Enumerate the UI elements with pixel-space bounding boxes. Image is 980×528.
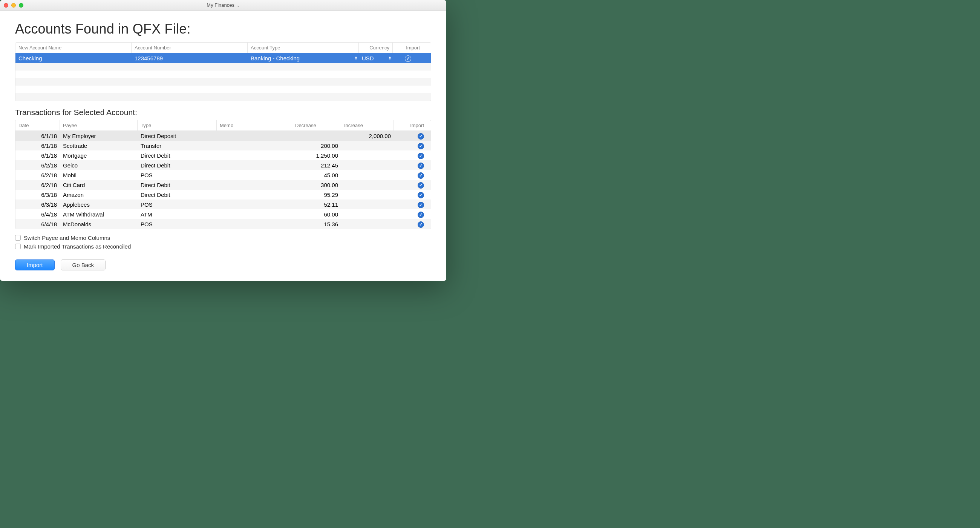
table-row — [16, 86, 431, 93]
cell-date: 6/4/18 — [16, 211, 60, 218]
cell-date: 6/2/18 — [16, 182, 60, 188]
table-row[interactable]: 6/1/18ScottradeTransfer200.00✓ — [16, 141, 431, 150]
check-icon[interactable]: ✓ — [418, 182, 424, 188]
stepper-icon[interactable]: ▲▼ — [388, 56, 391, 61]
cell-import[interactable]: ✓ — [394, 162, 431, 169]
table-row — [16, 78, 431, 86]
cell-import[interactable]: ✓ — [394, 182, 431, 188]
cell-type: POS — [138, 172, 217, 179]
check-icon[interactable]: ✓ — [405, 56, 411, 62]
col-memo[interactable]: Memo — [217, 120, 292, 131]
cell-import[interactable]: ✓ — [394, 191, 431, 198]
table-row[interactable]: 6/1/18MortgageDirect Debit1,250.00✓ — [16, 150, 431, 160]
table-row[interactable]: 6/3/18AmazonDirect Debit95.29✓ — [16, 190, 431, 199]
accounts-table-empty-rows — [16, 63, 431, 101]
col-decrease[interactable]: Decrease — [292, 120, 341, 131]
table-row[interactable]: Checking123456789Banking - Checking▲▼USD… — [16, 53, 431, 63]
checkbox-icon[interactable] — [15, 244, 21, 249]
cell-date: 6/2/18 — [16, 172, 60, 179]
cell-type: Direct Deposit — [138, 133, 217, 139]
cell-payee: ATM Withdrawal — [60, 211, 138, 218]
cell-type: POS — [138, 201, 217, 208]
window-title-text: My Finances — [207, 2, 234, 8]
table-row[interactable]: 6/4/18ATM WithdrawalATM60.00✓ — [16, 209, 431, 219]
mark-reconciled-label: Mark Imported Transactions as Reconciled — [24, 243, 131, 250]
cell-decrease: 45.00 — [292, 172, 341, 179]
table-row — [16, 93, 431, 101]
cell-date: 6/3/18 — [16, 191, 60, 198]
window-title[interactable]: My Finances ⌄ — [0, 2, 446, 8]
cell-import[interactable]: ✓ — [394, 142, 431, 149]
check-icon[interactable]: ✓ — [418, 163, 424, 169]
titlebar: My Finances ⌄ — [0, 0, 446, 11]
accounts-table: New Account Name Account Number Account … — [15, 42, 431, 101]
dialog-buttons: Import Go Back — [15, 260, 431, 270]
check-icon[interactable]: ✓ — [418, 222, 424, 228]
check-icon[interactable]: ✓ — [418, 133, 424, 140]
checkbox-icon[interactable] — [15, 235, 21, 241]
col-date[interactable]: Date — [16, 120, 60, 131]
cell-import[interactable]: ✓ — [393, 55, 423, 62]
go-back-button[interactable]: Go Back — [61, 260, 106, 270]
accounts-table-body: Checking123456789Banking - Checking▲▼USD… — [16, 53, 431, 63]
page-title: Accounts Found in QFX File: — [15, 21, 431, 37]
stepper-icon[interactable]: ▲▼ — [355, 56, 357, 61]
transactions-heading: Transactions for Selected Account: — [15, 108, 431, 117]
cell-date: 6/1/18 — [16, 133, 60, 139]
table-row[interactable]: 6/2/18Citi CardDirect Debit300.00✓ — [16, 180, 431, 190]
col-currency[interactable]: Currency — [359, 43, 393, 53]
cell-type: Direct Debit — [138, 191, 217, 198]
cell-type: ATM — [138, 211, 217, 218]
cell-account-type[interactable]: Banking - Checking▲▼ — [248, 55, 359, 61]
table-row[interactable]: 6/3/18ApplebeesPOS52.11✓ — [16, 199, 431, 209]
table-row[interactable]: 6/2/18MobilPOS45.00✓ — [16, 170, 431, 180]
check-icon[interactable]: ✓ — [418, 202, 424, 208]
col-account-name[interactable]: New Account Name — [16, 43, 132, 53]
cell-increase: 2,000.00 — [341, 133, 394, 139]
cell-decrease: 200.00 — [292, 142, 341, 149]
cell-import[interactable]: ✓ — [394, 201, 431, 208]
check-icon[interactable]: ✓ — [418, 172, 424, 179]
cell-decrease: 212.45 — [292, 162, 341, 169]
cell-import[interactable]: ✓ — [394, 221, 431, 228]
table-row[interactable]: 6/2/18GeicoDirect Debit212.45✓ — [16, 160, 431, 170]
col-increase[interactable]: Increase — [341, 120, 394, 131]
col-type[interactable]: Type — [138, 120, 217, 131]
cell-date: 6/4/18 — [16, 221, 60, 227]
cell-decrease: 300.00 — [292, 182, 341, 188]
cell-decrease: 52.11 — [292, 201, 341, 208]
col-account-number[interactable]: Account Number — [132, 43, 248, 53]
check-icon[interactable]: ✓ — [418, 212, 424, 218]
cell-import[interactable]: ✓ — [394, 132, 431, 140]
table-row[interactable]: 6/4/18McDonaldsPOS15.36✓ — [16, 219, 431, 229]
cell-payee: Citi Card — [60, 182, 138, 188]
cell-decrease: 15.36 — [292, 221, 341, 227]
cell-date: 6/1/18 — [16, 142, 60, 149]
check-icon[interactable]: ✓ — [418, 192, 424, 198]
col-account-type[interactable]: Account Type — [248, 43, 359, 53]
content: Accounts Found in QFX File: New Account … — [0, 11, 446, 281]
mark-reconciled-option[interactable]: Mark Imported Transactions as Reconciled — [15, 243, 431, 250]
check-icon[interactable]: ✓ — [418, 143, 424, 149]
cell-payee: McDonalds — [60, 221, 138, 227]
cell-type: Direct Debit — [138, 152, 217, 159]
cell-account-number: 123456789 — [132, 55, 248, 61]
cell-payee: Applebees — [60, 201, 138, 208]
check-icon[interactable]: ✓ — [418, 153, 424, 159]
col-import-tx[interactable]: Import — [394, 120, 431, 131]
cell-import[interactable]: ✓ — [394, 172, 431, 179]
accounts-table-header: New Account Name Account Number Account … — [16, 43, 431, 53]
import-button[interactable]: Import — [15, 260, 55, 270]
cell-decrease: 60.00 — [292, 211, 341, 218]
cell-date: 6/1/18 — [16, 152, 60, 159]
table-row[interactable]: 6/1/18My EmployerDirect Deposit2,000.00✓ — [16, 131, 431, 141]
col-payee[interactable]: Payee — [60, 120, 138, 131]
transactions-table-header: Date Payee Type Memo Decrease Increase I… — [16, 120, 431, 131]
cell-date: 6/3/18 — [16, 201, 60, 208]
cell-account-name[interactable]: Checking — [16, 55, 132, 61]
cell-import[interactable]: ✓ — [394, 152, 431, 159]
col-import[interactable]: Import — [393, 43, 423, 53]
cell-import[interactable]: ✓ — [394, 211, 431, 218]
cell-currency[interactable]: USD▲▼ — [359, 55, 393, 61]
switch-columns-option[interactable]: Switch Payee and Memo Columns — [15, 234, 431, 241]
